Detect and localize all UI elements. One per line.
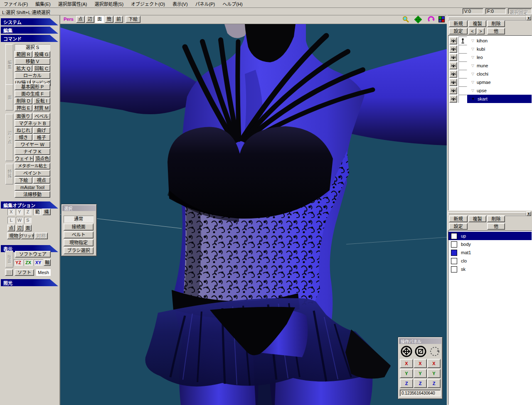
scale-mode-icon[interactable] xyxy=(415,346,426,358)
xy-plane-toggle[interactable]: XY xyxy=(34,259,43,266)
select-normal-button[interactable]: 通常 xyxy=(64,216,94,223)
panel-header-system[interactable]: システム xyxy=(1,18,58,25)
object-prev-button[interactable]: < xyxy=(468,28,476,34)
visibility-eye-icon[interactable] xyxy=(449,70,457,78)
mastar-tool-button[interactable]: mAstar Tool xyxy=(15,184,50,191)
object-delete-button[interactable]: 削除 xyxy=(487,20,505,27)
magnet-button[interactable]: マグネット B xyxy=(15,120,50,127)
operation-panel[interactable]: 操作パネル X X X Y Y Y Z Z Z 0.1235616430640 xyxy=(398,337,443,399)
material-name[interactable]: clo xyxy=(461,258,467,263)
world-w-toggle[interactable]: W xyxy=(16,217,23,223)
menu-item-edit[interactable]: 編集(E) xyxy=(32,0,54,8)
current-object-toggle[interactable]: 現物 xyxy=(7,233,20,239)
material-row[interactable]: body xyxy=(448,240,532,248)
object-settings-button[interactable]: 設定 xyxy=(449,28,468,34)
move-z-button[interactable]: Z xyxy=(400,379,413,388)
material-swatch[interactable] xyxy=(451,233,457,239)
material-row[interactable]: sk xyxy=(448,265,532,273)
select-brush-button[interactable]: ブラシ選択 xyxy=(64,247,94,254)
visibility-eye-icon[interactable] xyxy=(449,54,457,61)
local-button[interactable]: ローカル xyxy=(15,72,50,79)
bend-button[interactable]: 曲げ xyxy=(33,127,51,134)
object-name[interactable]: mune xyxy=(477,63,488,68)
visibility-eye-icon[interactable] xyxy=(449,45,457,53)
selection-lock-toggle[interactable]: 選択固定 xyxy=(508,8,532,14)
wire-lines-toggle[interactable] xyxy=(5,269,13,276)
face-fill-button[interactable]: 面張り xyxy=(15,113,32,120)
select-belt-button[interactable]: ベルト xyxy=(64,231,94,238)
weight-button[interactable]: ウェイト xyxy=(15,155,34,162)
expand-triangle-icon[interactable]: ▽ xyxy=(471,72,474,76)
object-name[interactable]: kubi xyxy=(477,47,485,52)
object-duplicate-button[interactable]: 複製 xyxy=(468,20,486,27)
axis-x-toggle[interactable]: X xyxy=(7,209,15,215)
expand-triangle-icon[interactable]: ▽ xyxy=(471,80,474,84)
front-view-button[interactable]: 前 xyxy=(114,16,123,23)
move-button[interactable]: 移動 V xyxy=(15,58,50,65)
current-object-slot[interactable] xyxy=(458,53,467,61)
scale-x-button[interactable]: X xyxy=(414,359,427,368)
knife-button[interactable]: ナイフ K xyxy=(15,148,50,155)
current-object-icon[interactable] xyxy=(458,37,467,45)
normal-move-button[interactable]: 法線移動 xyxy=(15,191,50,198)
command-group-tab-special[interactable]: 特殊 xyxy=(5,164,13,184)
object-name[interactable]: clochi xyxy=(477,71,488,76)
selection-panel-title[interactable]: 選択 xyxy=(62,205,96,211)
menu-item-panel[interactable]: パネル(P) xyxy=(192,0,219,8)
vertex-filter-toggle[interactable]: 点 xyxy=(7,225,15,231)
material-name[interactable]: body xyxy=(461,242,471,247)
object-row-selected[interactable]: ▼ skart xyxy=(448,95,532,103)
material-swatch[interactable] xyxy=(451,258,457,264)
viewpoint-button[interactable]: 視点 xyxy=(33,177,51,184)
symmetry-toggle[interactable]: 対称 xyxy=(34,233,48,239)
material-name[interactable]: mat1 xyxy=(461,250,471,255)
panel-header-edit-options[interactable]: 編集オプション xyxy=(1,201,58,209)
lattice-button[interactable]: 格子 xyxy=(33,134,51,141)
object-row[interactable]: ▽ mune xyxy=(448,61,532,70)
menu-item-selection-attr[interactable]: 選択部属性(A) xyxy=(54,0,91,8)
rotate-z-button[interactable]: Z xyxy=(427,379,441,388)
expand-triangle-icon[interactable]: ▼ xyxy=(471,97,475,101)
face-view-button[interactable]: 面 xyxy=(95,16,104,23)
wire-button[interactable]: ワイヤー W xyxy=(15,141,50,148)
rotate-button[interactable]: 回転 C xyxy=(33,65,51,72)
software-render-button[interactable]: ソフトウェア xyxy=(15,251,51,258)
material-delete-button[interactable]: 削除 xyxy=(487,216,505,222)
visibility-eye-icon[interactable] xyxy=(449,87,457,94)
move-mode-icon[interactable] xyxy=(401,346,412,358)
select-object-button[interactable]: 現物指定 xyxy=(64,239,94,246)
current-object-slot[interactable] xyxy=(458,95,467,103)
twist-button[interactable]: ねじれ xyxy=(15,127,32,134)
object-row[interactable]: ▽ upse xyxy=(448,86,532,95)
material-duplicate-button[interactable]: 複製 xyxy=(468,216,486,222)
material-new-button[interactable]: 新規 xyxy=(449,216,468,222)
object-row[interactable]: ▽ leo xyxy=(448,53,532,61)
axis-y-toggle[interactable]: Y xyxy=(16,209,23,215)
current-object-slot[interactable] xyxy=(458,78,467,86)
mesh-toggle[interactable]: Mesh xyxy=(36,269,51,276)
object-row[interactable]: ▽ kubi xyxy=(448,45,532,53)
axis-z-toggle[interactable]: Z xyxy=(24,209,32,215)
material-swatch[interactable] xyxy=(451,241,457,248)
object-name[interactable]: upse xyxy=(477,88,487,93)
expand-triangle-icon[interactable]: ▽ xyxy=(471,88,474,93)
primitive-button[interactable]: 基本図形 P xyxy=(15,83,50,90)
yz-plane-toggle[interactable]: YZ xyxy=(14,259,23,266)
underlay-view-button[interactable]: 下絵 xyxy=(126,16,140,23)
panel-header-lighting[interactable]: 照光 xyxy=(1,279,58,286)
material-other-button[interactable]: 他 xyxy=(487,223,505,230)
material-name[interactable]: up xyxy=(461,233,466,238)
material-swatch[interactable] xyxy=(451,266,457,272)
object-next-button[interactable]: > xyxy=(477,28,485,34)
object-row[interactable]: ▽ kihon xyxy=(448,37,532,45)
current-object-slot[interactable] xyxy=(458,70,467,78)
vertex-view-button[interactable]: 点 xyxy=(76,16,85,23)
expand-triangle-icon[interactable]: ▽ xyxy=(471,64,474,68)
select-connected-button[interactable]: 接続面 xyxy=(64,223,94,231)
value-readout[interactable]: 0.1235616430640 xyxy=(400,390,441,396)
simple-view-button[interactable]: 簡 xyxy=(105,16,113,23)
operation-panel-title[interactable]: 操作パネル xyxy=(399,338,441,344)
grid-snap-toggle[interactable]: グリッド xyxy=(21,233,34,239)
bevel-button[interactable]: ベベル xyxy=(33,113,51,120)
material-row[interactable]: mat1 xyxy=(448,248,532,257)
